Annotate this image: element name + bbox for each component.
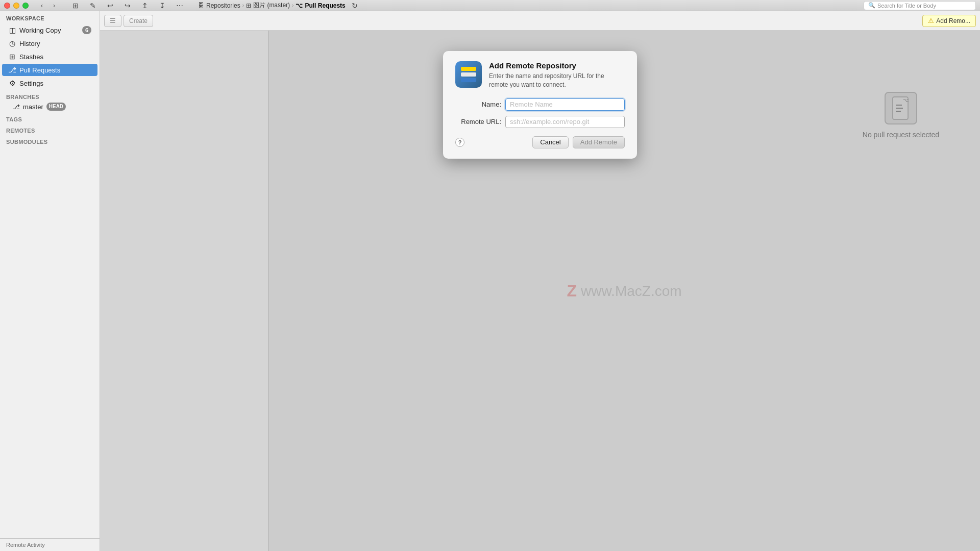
filter-button[interactable]: ☰ [104, 15, 121, 27]
tool-btn-2[interactable]: ✎ [85, 0, 101, 11]
sidebar-item-history[interactable]: ◷ History [2, 37, 97, 49]
modal-subtitle: Enter the name and repository URL for th… [489, 72, 625, 89]
tool-btn-6[interactable]: ↧ [154, 0, 170, 11]
branch-name: master [23, 103, 43, 111]
sidebar-branch-master[interactable]: ⎇ master HEAD [0, 101, 100, 112]
add-remote-button[interactable]: ⚠ Add Remo... [922, 15, 976, 27]
modal-icon-inner [459, 65, 478, 84]
titlebar: ‹ › ⊞ ✎ ↩ ↪ ↥ ↧ ⋯ 🗄 Repositories › ⊞ 图片 … [0, 0, 980, 11]
nav-buttons: ‹ › [37, 2, 59, 10]
submodules-label: Submodules [0, 135, 100, 146]
remotes-label: Remotes [0, 123, 100, 135]
search-box[interactable]: 🔍 Search for Title or Body [864, 1, 976, 10]
remote-activity: Remote Activity [0, 538, 100, 551]
working-copy-icon: ◫ [8, 26, 16, 34]
pr-toolbar: ☰ Create ⚠ Add Remo... [100, 11, 980, 31]
create-button[interactable]: Create [124, 15, 153, 27]
modal-header: Add Remote Repository Enter the name and… [455, 61, 625, 89]
settings-icon: ⚙ [8, 79, 16, 87]
history-icon: ◷ [8, 39, 16, 47]
breadcrumb-pull-requests: ⌥ Pull Requests [296, 2, 345, 9]
name-label: Name: [455, 101, 501, 108]
refresh-button[interactable]: ↻ [348, 0, 362, 11]
minimize-button[interactable] [13, 3, 19, 9]
modal-title-block: Add Remote Repository Enter the name and… [489, 61, 625, 89]
traffic-lights [4, 3, 29, 9]
sidebar-item-working-copy[interactable]: ◫ Working Copy 6 [2, 24, 97, 36]
modal-actions: Cancel Add Remote [532, 136, 625, 148]
tool-btn-5[interactable]: ↥ [137, 0, 153, 11]
pr-split: Z www.MacZ.com ⌥ No pull request select [100, 31, 980, 551]
tool-btn-4[interactable]: ↪ [119, 0, 136, 11]
icon-stripe-blue [461, 78, 476, 82]
pull-requests-icon: ⎇ [8, 66, 16, 74]
modal-icon [455, 61, 482, 88]
name-input[interactable] [505, 98, 625, 111]
sidebar-item-settings[interactable]: ⚙ Settings [2, 77, 97, 89]
add-remote-modal: Add Remote Repository Enter the name and… [443, 51, 637, 159]
sidebar: Workspace ◫ Working Copy 6 ◷ History ⊞ S… [0, 11, 100, 551]
pr-icon: ⌥ [296, 2, 303, 9]
repo-name-icon: ⊞ [246, 2, 251, 9]
tool-btn-1[interactable]: ⊞ [67, 0, 84, 11]
maximize-button[interactable] [22, 3, 29, 9]
tool-btn-7[interactable]: ⋯ [172, 0, 188, 11]
sidebar-item-stashes[interactable]: ⊞ Stashes [2, 51, 97, 63]
url-form-row: Remote URL: [455, 116, 625, 128]
stashes-icon: ⊞ [8, 53, 16, 61]
breadcrumb-sep-2: › [292, 3, 293, 8]
url-input[interactable] [505, 116, 625, 128]
sidebar-item-pull-requests[interactable]: ⎇ Pull Requests [2, 64, 97, 76]
icon-stripe-gold [461, 67, 476, 71]
warning-icon: ⚠ [928, 17, 934, 24]
icon-stripe-white [461, 72, 476, 77]
breadcrumb-repo-name[interactable]: ⊞ 图片 (master) [246, 1, 290, 10]
modal-form: Name: Remote URL: [455, 98, 625, 128]
name-form-row: Name: [455, 98, 625, 111]
tool-btn-3[interactable]: ↩ [102, 0, 118, 11]
url-label: Remote URL: [455, 118, 501, 126]
main-layout: Workspace ◫ Working Copy 6 ◷ History ⊞ S… [0, 11, 980, 551]
modal-icon-visual [455, 61, 482, 88]
branches-label: Branches [0, 90, 100, 101]
tags-label: Tags [0, 112, 100, 123]
workspace-label: Workspace [0, 11, 100, 23]
cancel-button[interactable]: Cancel [532, 136, 568, 148]
add-remote-submit-button[interactable]: Add Remote [573, 136, 625, 148]
search-icon: 🔍 [868, 2, 875, 9]
breadcrumb: 🗄 Repositories › ⊞ 图片 (master) › ⌥ Pull … [198, 1, 346, 10]
forward-button[interactable]: › [49, 2, 59, 10]
toolbar-tools: ⊞ ✎ ↩ ↪ ↥ ↧ ⋯ [67, 0, 188, 11]
help-button[interactable]: ? [455, 138, 464, 147]
branch-icon: ⎇ [12, 103, 20, 111]
modal-overlay: Add Remote Repository Enter the name and… [100, 31, 980, 551]
modal-footer: ? Cancel Add Remote [455, 136, 625, 148]
modal-title: Add Remote Repository [489, 61, 625, 70]
breadcrumb-sep-1: › [242, 3, 244, 8]
repo-icon: 🗄 [198, 2, 204, 9]
back-button[interactable]: ‹ [37, 2, 47, 10]
breadcrumb-repositories[interactable]: 🗄 Repositories [198, 2, 240, 9]
content-area: ☰ Create ⚠ Add Remo... Z www.MacZ.com [100, 11, 980, 551]
close-button[interactable] [4, 3, 10, 9]
